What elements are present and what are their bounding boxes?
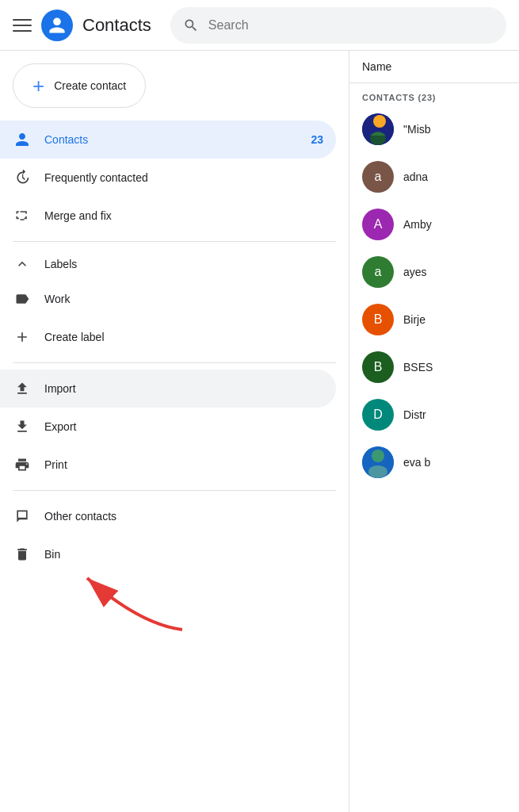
sidebar-item-import[interactable]: Import (0, 370, 336, 408)
merge-icon (13, 206, 32, 225)
sidebar-item-work[interactable]: Work (0, 280, 336, 318)
divider-2 (13, 362, 336, 363)
print-icon (13, 455, 32, 474)
menu-icon[interactable] (13, 16, 32, 35)
sidebar-item-other-contacts[interactable]: Other contacts (0, 497, 336, 535)
merge-fix-label: Merge and fix (44, 209, 112, 222)
other-contacts-label: Other contacts (44, 510, 116, 523)
create-label-text: Create label (44, 331, 105, 343)
avatar: B (362, 304, 394, 335)
svg-point-2 (373, 115, 386, 128)
chevron-up-icon (13, 255, 32, 274)
labels-section-header[interactable]: Labels (0, 248, 349, 280)
sidebar-item-frequently-contacted[interactable]: Frequently contacted (0, 159, 336, 197)
contacts-count: CONTACTS (23) (349, 83, 519, 105)
contact-name: ayes (403, 266, 427, 278)
divider-3 (13, 490, 336, 491)
sidebar-item-create-label[interactable]: Create label (0, 318, 336, 356)
contact-name: eva b (403, 456, 430, 469)
sidebar-item-print[interactable]: Print (0, 446, 336, 484)
main-content: + Create contact Contacts 23 (0, 51, 519, 812)
work-label: Work (44, 293, 70, 305)
app-title: Contacts (82, 15, 151, 36)
contact-row[interactable]: a ayes (349, 248, 519, 296)
create-contact-button[interactable]: + Create contact (13, 63, 146, 108)
top-bar: Contacts (0, 0, 519, 51)
name-column-header: Name (362, 60, 391, 73)
contact-row[interactable]: a adna (349, 153, 519, 201)
avatar: a (362, 161, 394, 193)
contact-name: Distr (403, 408, 426, 421)
frequently-contacted-label: Frequently contacted (44, 171, 148, 184)
contact-row[interactable]: D Distr (349, 391, 519, 439)
contacts-label: Contacts (44, 133, 88, 146)
contact-row[interactable]: A Amby (349, 201, 519, 248)
contact-row[interactable]: B BSES (349, 343, 519, 391)
contact-name: adna (403, 170, 428, 183)
search-input[interactable] (208, 18, 494, 33)
import-label: Import (44, 382, 76, 395)
right-panel: Name CONTACTS (23) "Misb a adna A Amby (349, 51, 519, 812)
labels-label: Labels (44, 258, 77, 270)
svg-point-6 (368, 465, 387, 478)
avatar: a (362, 256, 394, 288)
avatar: D (362, 399, 394, 431)
sidebar: + Create contact Contacts 23 (0, 51, 349, 580)
contact-name: "Misb (403, 123, 431, 136)
print-label: Print (44, 458, 67, 471)
bin-icon (13, 545, 32, 564)
contact-row[interactable]: eva b (349, 439, 519, 486)
panel-header: Name (349, 51, 519, 83)
divider-1 (13, 241, 336, 242)
app-icon (41, 10, 73, 41)
create-contact-label: Create contact (54, 79, 126, 92)
plus-icon: + (32, 75, 44, 96)
arrow-annotation (63, 574, 190, 641)
search-icon (183, 17, 199, 33)
avatar: A (362, 209, 394, 240)
other-contacts-icon (13, 507, 32, 526)
add-icon (13, 327, 32, 347)
sidebar-item-bin[interactable]: Bin (0, 535, 336, 573)
contact-name: BSES (403, 361, 433, 373)
contacts-badge: 23 (311, 133, 323, 146)
contact-row[interactable]: "Misb (349, 105, 519, 153)
bin-label: Bin (44, 548, 60, 561)
top-left: Contacts (13, 10, 151, 41)
avatar: B (362, 351, 394, 383)
clock-icon (13, 168, 32, 187)
contacts-icon (13, 130, 32, 149)
sidebar-item-contacts[interactable]: Contacts 23 (0, 121, 336, 159)
label-icon (13, 289, 32, 308)
avatar (362, 446, 394, 478)
contact-row[interactable]: B Birje (349, 296, 519, 343)
import-icon (13, 379, 32, 398)
svg-point-5 (372, 450, 384, 462)
export-label: Export (44, 420, 76, 433)
contact-name: Birje (403, 313, 426, 326)
sidebar-item-export[interactable]: Export (0, 408, 336, 446)
sidebar-item-merge-fix[interactable]: Merge and fix (0, 197, 336, 235)
export-icon (13, 417, 32, 436)
contact-name: Amby (403, 218, 432, 231)
avatar (362, 113, 394, 145)
search-bar[interactable] (170, 7, 506, 44)
